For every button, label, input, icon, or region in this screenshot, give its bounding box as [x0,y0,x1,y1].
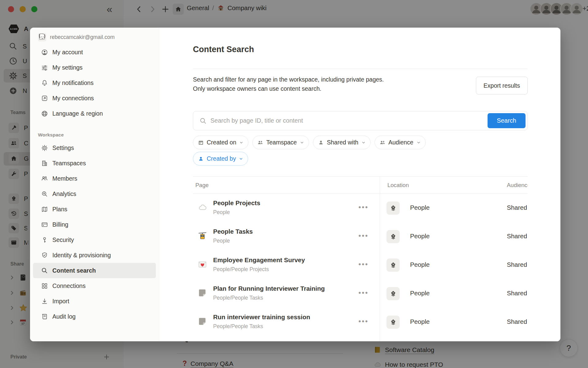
location-name: People [410,289,430,297]
settings-nav-my-notifications[interactable]: My notifications [33,75,156,90]
panel-title: Content Search [193,45,254,54]
settings-nav-import[interactable]: Import [33,293,156,309]
shield-check-icon [41,252,48,259]
settings-nav-content-search[interactable]: Content search [33,263,156,278]
location-cell: People [380,279,507,308]
nav-label: Billing [52,221,68,228]
person-circle-icon [41,49,48,56]
row-menu-icon[interactable]: ●●● [358,233,368,238]
settings-nav-members[interactable]: Members [33,171,156,186]
tramway-icon [198,231,207,240]
location-name: People [410,261,430,268]
teamspace-flower-icon [386,259,400,272]
filter-audience[interactable]: Audience [375,136,425,149]
content-search-bar: Search [193,111,528,130]
description-line-1: Search and filter for any page in the wo… [193,76,384,83]
nav-label: Security [52,236,74,243]
table-row[interactable]: Employee Engagement Survey People/People… [193,251,528,279]
page-title: Run interviewer training session [213,313,310,321]
settings-nav-settings[interactable]: Settings [33,140,156,155]
nav-label: Members [52,175,77,182]
cloud-icon [198,203,207,212]
location-cell: People [380,222,507,251]
scroll-icon [41,313,48,320]
audience-cell: Shared [507,194,528,222]
settings-nav-teamspaces[interactable]: Teamspaces [33,155,156,171]
page-cell[interactable]: Run interviewer training session People/… [193,308,380,336]
table-row[interactable]: Run interviewer training session People/… [193,308,528,336]
settings-nav-identity-provisioning[interactable]: Identity & provisioning [33,247,156,263]
filter-label: Teamspace [266,139,297,146]
audience-value: Shared [507,318,527,325]
calendar-icon [198,140,204,146]
nav-label: Connections [52,282,85,289]
filter-label: Created by [207,155,236,162]
account-avatar [38,33,46,41]
globe-icon [41,110,48,117]
settings-nav-my-account[interactable]: My account [33,44,156,60]
teamspace-flower-icon [386,316,400,329]
page-cell[interactable]: People Tasks People ●●● [193,222,380,251]
page-cell[interactable]: People Projects People ●●● [193,194,380,222]
filter-teamspace[interactable]: Teamspace [252,136,309,149]
nav-label: My settings [52,64,83,71]
title-divider [193,69,528,69]
settings-nav-analytics[interactable]: Analytics [33,186,156,201]
location-name: People [410,318,430,325]
sliders-icon [41,64,48,71]
settings-nav-my-connections[interactable]: My connections [33,90,156,106]
audience-value: Shared [507,204,527,211]
settings-modal: rebeccamcakir@gmail.com My account My se… [30,28,560,341]
page-cell[interactable]: Plan for Running Interviewer Training Pe… [193,279,380,308]
table-row[interactable]: Plan for Running Interviewer Training Pe… [193,279,528,308]
chevron-down-icon [361,140,366,145]
filter-created-on[interactable]: Created on [193,136,248,149]
description-line-2: Only workspace owners can use content se… [193,85,321,92]
settings-nav-billing[interactable]: Billing [33,217,156,232]
chevron-down-icon [300,140,304,145]
audience-value: Shared [507,289,527,297]
page-icon [198,317,207,326]
teamspace-flower-icon [386,230,400,243]
content-search-input[interactable] [210,111,481,130]
table-row[interactable]: People Projects People ●●● People Shared [193,194,528,222]
audience-value: Shared [507,232,527,240]
table-header: Page Location Audience [193,176,528,194]
page-path: People/People Tasks [213,295,263,301]
person-icon [198,156,204,162]
teamspace-flower-icon [386,201,400,215]
settings-nav-connections[interactable]: Connections [33,278,156,293]
row-menu-icon[interactable]: ●●● [358,318,368,324]
page-path: People [213,238,230,244]
settings-nav-my-settings[interactable]: My settings [33,60,156,75]
nav-label: Audit log [52,313,76,320]
page-icon [198,288,207,297]
settings-nav-audit-log[interactable]: Audit log [33,309,156,324]
teamspace-flower-icon [386,287,400,300]
nav-label: My account [52,49,83,56]
search-icon [199,117,207,125]
nav-label: Analytics [52,190,76,197]
column-header-location: Location [387,182,409,189]
settings-nav-security[interactable]: Security [33,232,156,247]
gear-icon [41,144,48,151]
export-results-button[interactable]: Export results [476,77,528,94]
settings-nav-plans[interactable]: Plans [33,201,156,217]
row-menu-icon[interactable]: ●●● [358,261,368,266]
audience-cell: Shared [507,251,528,279]
filter-label: Shared with [327,139,358,146]
search-submit-button[interactable]: Search [488,113,526,128]
page-cell[interactable]: Employee Engagement Survey People/People… [193,251,380,279]
members-icon [41,175,48,182]
page-title: People Tasks [213,228,253,235]
settings-nav-language-region[interactable]: Language & region [33,106,156,121]
filter-shared-with[interactable]: Shared with [313,136,371,149]
row-menu-icon[interactable]: ●●● [358,290,368,295]
column-header-audience: Audience [507,182,528,189]
map-icon [41,206,48,213]
table-row[interactable]: People Tasks People ●●● People Shared [193,222,528,251]
filter-chips-row: Created on Teamspace Shared with Audienc… [193,136,426,149]
panel-description: Search and filter for any page in the wo… [193,75,462,93]
row-menu-icon[interactable]: ●●● [358,204,368,209]
filter-created-by[interactable]: Created by [193,152,248,166]
